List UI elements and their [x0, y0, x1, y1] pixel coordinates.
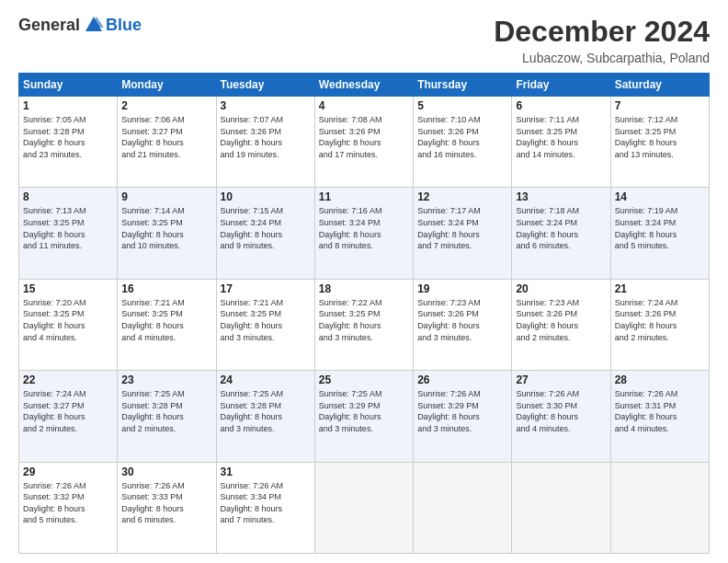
calendar-day-cell: 23Sunrise: 7:25 AM Sunset: 3:28 PM Dayli… [118, 371, 216, 462]
day-number: 13 [516, 190, 606, 203]
day-info: Sunrise: 7:21 AM Sunset: 3:25 PM Dayligh… [121, 298, 185, 342]
calendar-day-cell: 28Sunrise: 7:26 AM Sunset: 3:31 PM Dayli… [610, 371, 709, 462]
header-saturday: Saturday [610, 74, 709, 97]
day-info: Sunrise: 7:11 AM Sunset: 3:25 PM Dayligh… [516, 115, 579, 159]
day-info: Sunrise: 7:25 AM Sunset: 3:28 PM Dayligh… [221, 389, 284, 433]
day-number: 25 [319, 373, 409, 386]
day-number: 22 [23, 373, 113, 386]
calendar-day-cell: 17Sunrise: 7:21 AM Sunset: 3:25 PM Dayli… [216, 279, 314, 370]
calendar-day-cell: 20Sunrise: 7:23 AM Sunset: 3:26 PM Dayli… [512, 279, 610, 370]
calendar-day-cell [512, 462, 610, 553]
day-number: 5 [417, 99, 507, 112]
day-number: 3 [221, 99, 311, 112]
calendar: Sunday Monday Tuesday Wednesday Thursday… [18, 73, 710, 554]
calendar-day-cell: 7Sunrise: 7:12 AM Sunset: 3:25 PM Daylig… [610, 97, 709, 188]
day-number: 8 [23, 190, 113, 203]
day-info: Sunrise: 7:12 AM Sunset: 3:25 PM Dayligh… [615, 115, 678, 159]
calendar-day-cell: 30Sunrise: 7:26 AM Sunset: 3:33 PM Dayli… [118, 462, 216, 553]
header-thursday: Thursday [414, 74, 512, 97]
day-number: 28 [615, 373, 705, 386]
calendar-day-cell: 2Sunrise: 7:06 AM Sunset: 3:27 PM Daylig… [118, 97, 216, 188]
day-info: Sunrise: 7:26 AM Sunset: 3:31 PM Dayligh… [615, 389, 678, 433]
header-monday: Monday [118, 74, 216, 97]
day-number: 7 [615, 99, 705, 112]
calendar-day-cell: 27Sunrise: 7:26 AM Sunset: 3:30 PM Dayli… [512, 371, 610, 462]
calendar-week-row: 22Sunrise: 7:24 AM Sunset: 3:27 PM Dayli… [19, 371, 710, 462]
day-number: 31 [221, 465, 311, 478]
day-info: Sunrise: 7:21 AM Sunset: 3:25 PM Dayligh… [221, 298, 284, 342]
day-number: 11 [319, 190, 409, 203]
calendar-day-cell: 10Sunrise: 7:15 AM Sunset: 3:24 PM Dayli… [216, 188, 314, 279]
calendar-day-cell: 25Sunrise: 7:25 AM Sunset: 3:29 PM Dayli… [314, 371, 413, 462]
calendar-day-cell [414, 462, 512, 553]
logo-blue-text: Blue [106, 16, 142, 35]
calendar-week-row: 1Sunrise: 7:05 AM Sunset: 3:28 PM Daylig… [19, 97, 710, 188]
calendar-day-cell: 5Sunrise: 7:10 AM Sunset: 3:26 PM Daylig… [414, 97, 512, 188]
day-info: Sunrise: 7:06 AM Sunset: 3:27 PM Dayligh… [121, 115, 185, 159]
day-info: Sunrise: 7:18 AM Sunset: 3:24 PM Dayligh… [516, 206, 579, 250]
day-number: 23 [121, 373, 211, 386]
day-info: Sunrise: 7:23 AM Sunset: 3:26 PM Dayligh… [516, 298, 579, 342]
calendar-day-cell: 13Sunrise: 7:18 AM Sunset: 3:24 PM Dayli… [512, 188, 610, 279]
day-number: 30 [121, 465, 211, 478]
day-number: 14 [615, 190, 705, 203]
weekday-header-row: Sunday Monday Tuesday Wednesday Thursday… [19, 74, 710, 97]
day-number: 4 [319, 99, 409, 112]
day-info: Sunrise: 7:05 AM Sunset: 3:28 PM Dayligh… [23, 115, 86, 159]
day-number: 20 [516, 282, 606, 295]
day-info: Sunrise: 7:26 AM Sunset: 3:32 PM Dayligh… [23, 481, 86, 525]
calendar-week-row: 8Sunrise: 7:13 AM Sunset: 3:25 PM Daylig… [19, 188, 710, 279]
day-info: Sunrise: 7:13 AM Sunset: 3:25 PM Dayligh… [23, 206, 86, 250]
header-friday: Friday [512, 74, 610, 97]
day-info: Sunrise: 7:10 AM Sunset: 3:26 PM Dayligh… [417, 115, 481, 159]
calendar-day-cell: 29Sunrise: 7:26 AM Sunset: 3:32 PM Dayli… [19, 462, 118, 553]
day-number: 10 [221, 190, 311, 203]
calendar-day-cell: 22Sunrise: 7:24 AM Sunset: 3:27 PM Dayli… [19, 371, 118, 462]
day-number: 21 [615, 282, 705, 295]
logo: General Blue [18, 15, 142, 35]
day-number: 17 [221, 282, 311, 295]
calendar-day-cell: 8Sunrise: 7:13 AM Sunset: 3:25 PM Daylig… [19, 188, 118, 279]
month-title: December 2024 [494, 15, 710, 49]
calendar-day-cell: 19Sunrise: 7:23 AM Sunset: 3:26 PM Dayli… [414, 279, 512, 370]
calendar-day-cell: 11Sunrise: 7:16 AM Sunset: 3:24 PM Dayli… [314, 188, 413, 279]
calendar-day-cell: 6Sunrise: 7:11 AM Sunset: 3:25 PM Daylig… [512, 97, 610, 188]
header: General Blue December 2024 Lubaczow, Sub… [18, 15, 710, 65]
calendar-day-cell: 18Sunrise: 7:22 AM Sunset: 3:25 PM Dayli… [314, 279, 413, 370]
day-number: 2 [121, 99, 211, 112]
calendar-week-row: 15Sunrise: 7:20 AM Sunset: 3:25 PM Dayli… [19, 279, 710, 370]
calendar-day-cell: 16Sunrise: 7:21 AM Sunset: 3:25 PM Dayli… [118, 279, 216, 370]
day-info: Sunrise: 7:15 AM Sunset: 3:24 PM Dayligh… [221, 206, 284, 250]
day-number: 15 [23, 282, 113, 295]
day-number: 19 [417, 282, 507, 295]
day-info: Sunrise: 7:24 AM Sunset: 3:27 PM Dayligh… [23, 389, 86, 433]
calendar-day-cell: 4Sunrise: 7:08 AM Sunset: 3:26 PM Daylig… [314, 97, 413, 188]
day-info: Sunrise: 7:07 AM Sunset: 3:26 PM Dayligh… [221, 115, 284, 159]
day-number: 16 [121, 282, 211, 295]
title-block: December 2024 Lubaczow, Subcarpathia, Po… [494, 15, 710, 65]
day-info: Sunrise: 7:26 AM Sunset: 3:29 PM Dayligh… [417, 389, 481, 433]
day-number: 9 [121, 190, 211, 203]
day-number: 29 [23, 465, 113, 478]
header-sunday: Sunday [19, 74, 118, 97]
header-tuesday: Tuesday [216, 74, 314, 97]
day-info: Sunrise: 7:24 AM Sunset: 3:26 PM Dayligh… [615, 298, 678, 342]
day-number: 26 [417, 373, 507, 386]
header-wednesday: Wednesday [314, 74, 413, 97]
day-info: Sunrise: 7:19 AM Sunset: 3:24 PM Dayligh… [615, 206, 678, 250]
day-info: Sunrise: 7:20 AM Sunset: 3:25 PM Dayligh… [23, 298, 86, 342]
day-info: Sunrise: 7:16 AM Sunset: 3:24 PM Dayligh… [319, 206, 382, 250]
day-number: 6 [516, 99, 606, 112]
day-info: Sunrise: 7:23 AM Sunset: 3:26 PM Dayligh… [417, 298, 481, 342]
calendar-day-cell: 12Sunrise: 7:17 AM Sunset: 3:24 PM Dayli… [414, 188, 512, 279]
calendar-day-cell: 21Sunrise: 7:24 AM Sunset: 3:26 PM Dayli… [610, 279, 709, 370]
logo-icon [84, 15, 104, 35]
calendar-day-cell [610, 462, 709, 553]
day-info: Sunrise: 7:25 AM Sunset: 3:28 PM Dayligh… [121, 389, 185, 433]
calendar-day-cell: 26Sunrise: 7:26 AM Sunset: 3:29 PM Dayli… [414, 371, 512, 462]
day-info: Sunrise: 7:26 AM Sunset: 3:30 PM Dayligh… [516, 389, 579, 433]
day-info: Sunrise: 7:25 AM Sunset: 3:29 PM Dayligh… [319, 389, 382, 433]
day-number: 18 [319, 282, 409, 295]
location: Lubaczow, Subcarpathia, Poland [494, 51, 710, 65]
day-info: Sunrise: 7:08 AM Sunset: 3:26 PM Dayligh… [319, 115, 382, 159]
